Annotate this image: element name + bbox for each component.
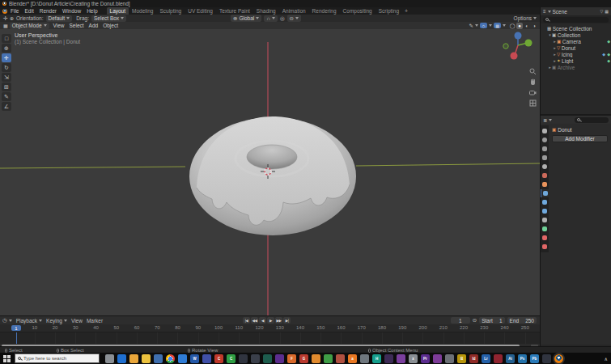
outliner-row-scene-collection[interactable]: ▦Scene Collection bbox=[541, 25, 611, 32]
particles-tab[interactable] bbox=[541, 198, 549, 206]
data-badge-icon[interactable]: ◆ bbox=[607, 58, 610, 63]
data-badge-icon[interactable]: ◆ bbox=[607, 52, 610, 57]
annotate-dropdown-icon[interactable]: ✎ bbox=[469, 23, 473, 29]
breadcrumb-object-name[interactable]: Donut bbox=[558, 127, 571, 133]
outliner-display-mode[interactable]: Scene bbox=[553, 9, 567, 15]
taskbar-app-icon-34[interactable]: Ps bbox=[518, 354, 527, 363]
outliner-row-collection[interactable]: ▾▣Collection bbox=[541, 32, 611, 38]
world-tab[interactable] bbox=[541, 171, 549, 180]
drag-mode-dropdown[interactable]: Select Box bbox=[91, 15, 126, 22]
outliner-row-light[interactable]: ▸✦Light◆ bbox=[541, 57, 611, 64]
rotate-tool[interactable]: ↻ bbox=[2, 63, 11, 72]
solid-shading[interactable]: ● bbox=[516, 23, 523, 29]
show-gizmo-toggle[interactable]: ◇ bbox=[480, 23, 487, 28]
taskbar-app-icon-11[interactable] bbox=[239, 354, 248, 363]
filter-funnel-icon[interactable]: ▽ bbox=[600, 9, 603, 14]
tool-tab[interactable] bbox=[541, 127, 549, 135]
jump-to-end-button[interactable]: ▶| bbox=[283, 317, 291, 324]
snap-toggle[interactable]: ∩ bbox=[264, 15, 278, 22]
taskbar-app-icon-17[interactable] bbox=[312, 354, 320, 363]
timeline-menu-playback[interactable]: Playback bbox=[16, 318, 42, 324]
taskbar-app-icon-20[interactable]: a bbox=[348, 354, 357, 363]
rendered-shading[interactable]: ◑ bbox=[531, 23, 537, 29]
play-reverse-button[interactable]: ◀ bbox=[259, 317, 266, 324]
menu-window[interactable]: Window bbox=[62, 8, 81, 14]
timeline-editor-icon[interactable]: ◷ bbox=[2, 317, 12, 324]
workspace-tab-compositing[interactable]: Compositing bbox=[340, 7, 376, 15]
taskbar-app-icon-2[interactable] bbox=[129, 354, 138, 363]
timeline-menu-marker[interactable]: Marker bbox=[87, 318, 103, 324]
object-data-tab[interactable] bbox=[541, 225, 549, 233]
windows-start-icon[interactable] bbox=[3, 355, 11, 362]
material-shading[interactable]: ◐ bbox=[524, 23, 530, 29]
outliner-row-camera[interactable]: ▸▣Camera◆ bbox=[541, 38, 611, 44]
taskbar-blender-icon[interactable] bbox=[554, 354, 563, 363]
taskbar-app-icon-1[interactable] bbox=[117, 354, 126, 363]
add-modifier-button[interactable]: Add Modifier bbox=[552, 135, 608, 142]
menu-render[interactable]: Render bbox=[40, 8, 57, 14]
frame-start-field[interactable]: Start1 bbox=[479, 317, 504, 324]
physics-tab[interactable] bbox=[541, 207, 549, 215]
taskbar-app-icon-16[interactable]: G bbox=[299, 354, 308, 363]
tray-expand-icon[interactable]: ∧ bbox=[605, 356, 608, 362]
orientation-dropdown[interactable]: Default bbox=[46, 15, 73, 22]
wireframe-shading[interactable]: ◯ bbox=[509, 23, 516, 29]
taskbar-app-icon-4[interactable] bbox=[154, 354, 163, 363]
taskbar-app-icon-8[interactable] bbox=[202, 354, 211, 363]
taskbar-app-icon-0[interactable] bbox=[105, 354, 114, 363]
render-tab[interactable] bbox=[541, 136, 549, 144]
measure-tool[interactable]: ∠ bbox=[2, 102, 11, 111]
outliner-editor-icon[interactable]: ≡ bbox=[543, 9, 546, 14]
taskbar-app-icon-31[interactable]: Lr bbox=[482, 354, 490, 363]
taskbar-app-icon-6[interactable] bbox=[178, 354, 187, 363]
taskbar-app-icon-30[interactable]: Id bbox=[469, 354, 478, 363]
transform-tool[interactable]: ⊞ bbox=[2, 83, 11, 91]
taskbar-app-icon-35[interactable]: Pb bbox=[530, 354, 539, 363]
menu-help[interactable]: Help bbox=[87, 8, 97, 14]
taskbar-app-icon-3[interactable] bbox=[142, 354, 151, 363]
prev-keyframe-button[interactable]: ◀◀ bbox=[251, 317, 258, 324]
view-layer-tab[interactable] bbox=[541, 154, 549, 162]
data-badge-icon[interactable]: ◆ bbox=[602, 52, 605, 57]
taskbar-app-icon-33[interactable]: Ai bbox=[506, 354, 515, 363]
navigation-gizmo[interactable] bbox=[501, 31, 535, 63]
move-tool[interactable]: ✛ bbox=[2, 53, 11, 62]
transform-orientation-dropdown[interactable]: ⊕ Global bbox=[231, 15, 261, 22]
workspace-tab-modeling[interactable]: Modeling bbox=[129, 7, 156, 15]
taskbar-app-icon-23[interactable] bbox=[384, 354, 393, 363]
viewport-menu-select[interactable]: Select bbox=[70, 23, 84, 28]
timeline-ruler[interactable]: 1 10203040506070809010011012013014015016… bbox=[0, 324, 540, 332]
next-keyframe-button[interactable]: ▶▶ bbox=[275, 317, 282, 324]
proportional-falloff-dropdown[interactable]: ⊙ bbox=[287, 15, 301, 22]
taskbar-app-icon-32[interactable] bbox=[494, 354, 503, 363]
3d-viewport[interactable]: User Perspective (1) Scene Collection | … bbox=[0, 29, 540, 315]
workspace-tab-rendering[interactable]: Rendering bbox=[309, 7, 340, 15]
current-frame-field[interactable]: 1 bbox=[451, 317, 470, 324]
workspace-tab-layout[interactable]: Layout bbox=[107, 7, 129, 15]
add-workspace-button[interactable]: + bbox=[402, 8, 410, 14]
gizmo-z-axis[interactable] bbox=[515, 32, 522, 40]
taskbar-app-icon-28[interactable] bbox=[445, 354, 454, 363]
output-tab[interactable] bbox=[541, 145, 549, 153]
mode-dropdown[interactable]: Object Mode bbox=[10, 23, 49, 29]
timeline-menu-keying[interactable]: Keying bbox=[46, 318, 67, 324]
timeline-tracks[interactable] bbox=[0, 332, 540, 344]
data-badge-icon[interactable]: ◆ bbox=[607, 39, 610, 44]
taskbar-app-icon-36[interactable] bbox=[542, 354, 551, 363]
taskbar-search-input[interactable]: Type here to search bbox=[15, 353, 100, 363]
taskbar-app-icon-27[interactable] bbox=[433, 354, 442, 363]
jump-to-start-button[interactable]: |◀ bbox=[243, 317, 250, 324]
texture-tab[interactable] bbox=[541, 243, 549, 251]
material-tab[interactable] bbox=[541, 234, 549, 242]
workspace-tab-shading[interactable]: Shading bbox=[253, 7, 279, 15]
frame-end-field[interactable]: End250 bbox=[507, 317, 537, 324]
workspace-tab-uv-editing[interactable]: UV Editing bbox=[185, 7, 216, 15]
workspace-tab-texture-paint[interactable]: Texture Paint bbox=[216, 7, 253, 15]
scale-tool[interactable]: ⇲ bbox=[2, 73, 11, 82]
outliner-row-icing[interactable]: ▸▽Icing◆◆ bbox=[541, 51, 611, 57]
annotate-tool[interactable]: ✎ bbox=[2, 92, 11, 101]
filter-options-icon[interactable]: ▦ bbox=[605, 9, 609, 14]
playhead-line[interactable] bbox=[16, 332, 17, 344]
select-box-tool[interactable]: □ bbox=[2, 34, 11, 43]
gizmo-x-axis[interactable] bbox=[511, 53, 518, 60]
